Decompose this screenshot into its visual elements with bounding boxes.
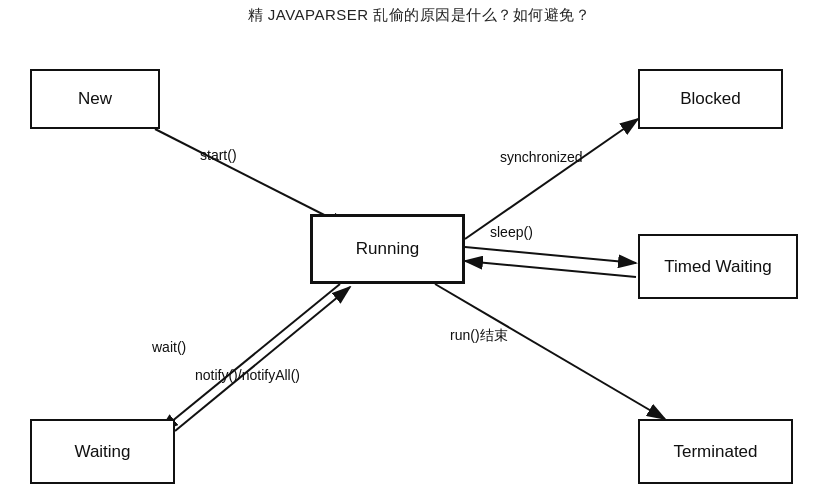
svg-line-2 bbox=[155, 129, 348, 227]
state-waiting: Waiting bbox=[30, 419, 175, 484]
label-notify: notify()/notifyAll() bbox=[195, 367, 300, 383]
svg-line-8 bbox=[435, 284, 665, 419]
state-running: Running bbox=[310, 214, 465, 284]
state-blocked: Blocked bbox=[638, 69, 783, 129]
svg-line-6 bbox=[160, 284, 340, 431]
state-new: New bbox=[30, 69, 160, 129]
state-timed-waiting: Timed Waiting bbox=[638, 234, 798, 299]
svg-line-3 bbox=[465, 119, 638, 239]
label-synchronized: synchronized bbox=[500, 149, 583, 165]
svg-line-5 bbox=[465, 261, 636, 277]
label-start: start() bbox=[200, 147, 237, 163]
label-wait: wait() bbox=[152, 339, 186, 355]
svg-line-7 bbox=[175, 287, 350, 431]
label-sleep: sleep() bbox=[490, 224, 533, 240]
title: 精 JAVAPARSER 乱偷的原因是什么？如何避免？ bbox=[0, 0, 838, 29]
label-run-end: run()结束 bbox=[450, 327, 508, 345]
svg-line-4 bbox=[465, 247, 636, 263]
state-terminated: Terminated bbox=[638, 419, 793, 484]
